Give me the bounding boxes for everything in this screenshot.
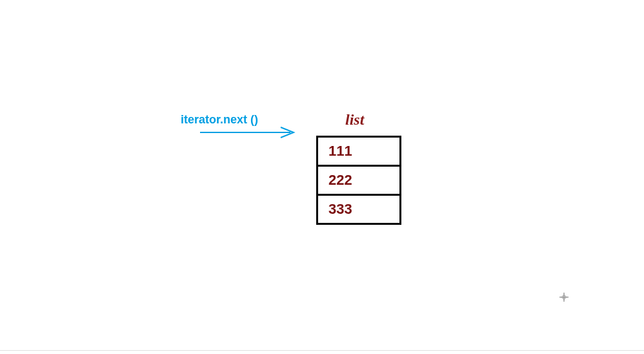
divider: [0, 350, 644, 351]
list-title: list: [345, 111, 364, 129]
list-item: 222: [316, 165, 401, 196]
cursor-crosshair-icon: [559, 293, 569, 302]
list-item: 111: [316, 136, 401, 167]
arrow-icon: [200, 126, 300, 139]
list-box: 111 222 333: [316, 136, 401, 225]
diagram-canvas: iterator.next () list 111 222 333: [0, 0, 644, 354]
iterator-label: iterator.next (): [181, 113, 258, 127]
list-item: 333: [316, 194, 401, 225]
